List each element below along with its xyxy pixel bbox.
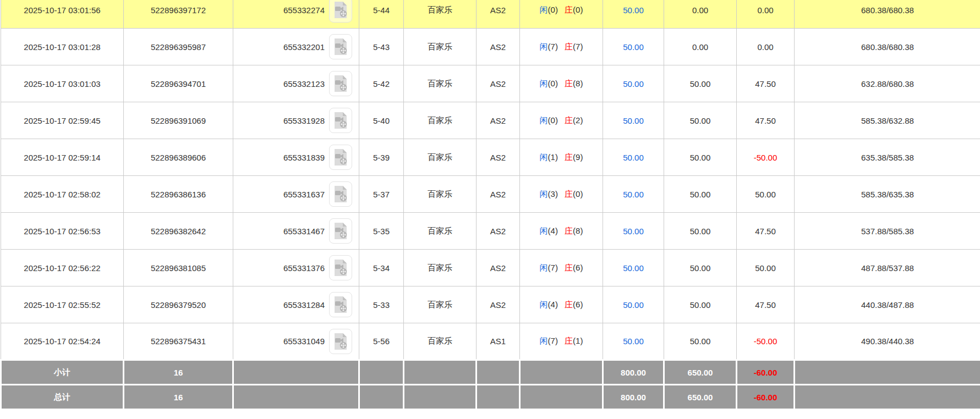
video-preview-icon [333, 185, 348, 203]
table-row[interactable]: 2025-10-17 02:58:02 522896386136 6553316… [1, 176, 980, 213]
valid-amount-cell: 50.00 [664, 102, 737, 139]
winloss-cell: 47.50 [737, 65, 795, 102]
bet-time-cell: 2025-10-17 02:55:52 [1, 286, 124, 323]
banker-result: 庄(2) [565, 115, 583, 125]
video-button[interactable] [329, 181, 352, 207]
bet-time-cell: 2025-10-17 02:56:53 [1, 213, 124, 250]
balance-cell: 680.38/680.38 [795, 29, 980, 65]
result-cell: 闲(0) 庄(2) [520, 102, 603, 139]
round-number-cell: 655331839 [233, 139, 359, 176]
player-result: 闲(7) [540, 42, 558, 51]
game-name-cell: 百家乐 [404, 176, 477, 213]
result-cell: 闲(4) 庄(8) [520, 213, 603, 250]
video-preview-icon [333, 148, 348, 166]
valid-amount-cell: 50.00 [664, 323, 737, 360]
valid-amount-cell: 50.00 [664, 176, 737, 213]
table-row[interactable]: 2025-10-17 02:59:14 522896389606 6553318… [1, 139, 980, 176]
banker-result: 庄(0) [565, 189, 583, 199]
summary-count-cell: 16 [124, 385, 233, 410]
bet-amount-link[interactable]: 50.00 [623, 42, 644, 52]
table-name-cell: AS2 [477, 0, 520, 29]
shoe-round-cell: 5-33 [359, 286, 404, 323]
round-number-cell: 655331049 [233, 323, 359, 360]
banker-result: 庄(8) [565, 79, 583, 88]
video-button[interactable] [329, 108, 352, 133]
round-number-cell: 655332201 [233, 29, 359, 65]
round-number: 655331376 [283, 263, 325, 273]
round-number: 655332201 [283, 42, 325, 52]
bet-time-cell: 2025-10-17 02:59:45 [1, 102, 124, 139]
summary-winloss-cell: -60.00 [737, 360, 795, 385]
bet-amount-link[interactable]: 50.00 [623, 227, 644, 236]
winloss-cell: 47.50 [737, 286, 795, 323]
balance-cell: 680.38/680.38 [795, 0, 980, 29]
table-name-cell: AS2 [477, 139, 520, 176]
bet-amount-link[interactable]: 50.00 [623, 79, 644, 89]
game-name-cell: 百家乐 [404, 286, 477, 323]
order-number-cell: 522896381085 [124, 250, 233, 286]
summary-row: 小计 16 800.00 650.00 -60.00 [1, 360, 980, 385]
balance-cell: 585.38/635.38 [795, 176, 980, 213]
shoe-round-cell: 5-43 [359, 29, 404, 65]
bet-time-cell: 2025-10-17 03:01:28 [1, 29, 124, 65]
bet-amount-link[interactable]: 50.00 [623, 5, 644, 15]
round-number-cell: 655331467 [233, 213, 359, 250]
bet-amount-link[interactable]: 50.00 [623, 337, 644, 346]
result-cell: 闲(3) 庄(0) [520, 176, 603, 213]
shoe-round-cell: 5-39 [359, 139, 404, 176]
table-row[interactable]: 2025-10-17 02:54:24 522896375431 6553310… [1, 323, 980, 360]
video-preview-icon [333, 38, 348, 56]
bet-amount-link[interactable]: 50.00 [623, 116, 644, 125]
video-button[interactable] [329, 329, 352, 354]
shoe-round-cell: 5-40 [359, 102, 404, 139]
bet-amount-link[interactable]: 50.00 [623, 190, 644, 199]
order-number-cell: 522896382642 [124, 213, 233, 250]
player-result: 闲(1) [540, 152, 558, 162]
balance-cell: 487.88/537.88 [795, 250, 980, 286]
video-button[interactable] [329, 292, 352, 317]
table-name-cell: AS2 [477, 29, 520, 65]
valid-amount-cell: 0.00 [664, 0, 737, 29]
bet-table-body: 2025-10-17 03:01:56 522896397172 6553322… [1, 0, 980, 410]
shoe-round-cell: 5-35 [359, 213, 404, 250]
banker-result: 庄(9) [565, 152, 583, 162]
table-row[interactable]: 2025-10-17 02:56:22 522896381085 6553313… [1, 250, 980, 286]
table-row[interactable]: 2025-10-17 03:01:03 522896394701 6553321… [1, 65, 980, 102]
video-button[interactable] [329, 218, 352, 244]
bet-amount-cell: 50.00 [603, 0, 664, 29]
bet-amount-link[interactable]: 50.00 [623, 153, 644, 162]
table-name-cell: AS2 [477, 213, 520, 250]
bet-amount-link[interactable]: 50.00 [623, 263, 644, 273]
game-name-cell: 百家乐 [404, 0, 477, 29]
table-row[interactable]: 2025-10-17 03:01:56 522896397172 6553322… [1, 0, 980, 29]
winloss-cell: -50.00 [737, 323, 795, 360]
summary-valid-cell: 650.00 [664, 385, 737, 410]
table-row[interactable]: 2025-10-17 03:01:28 522896395987 6553322… [1, 29, 980, 65]
winloss-cell: 47.50 [737, 213, 795, 250]
player-result: 闲(0) [540, 115, 558, 125]
video-button[interactable] [329, 145, 352, 170]
table-row[interactable]: 2025-10-17 02:56:53 522896382642 6553314… [1, 213, 980, 250]
bet-amount-link[interactable]: 50.00 [623, 300, 644, 310]
result-cell: 闲(7) 庄(6) [520, 250, 603, 286]
video-button[interactable] [329, 255, 352, 280]
winloss-cell: 50.00 [737, 176, 795, 213]
valid-amount-cell: 50.00 [664, 213, 737, 250]
result-cell: 闲(7) 庄(1) [520, 323, 603, 360]
round-number-cell: 655331637 [233, 176, 359, 213]
balance-cell: 440.38/487.88 [795, 286, 980, 323]
order-number-cell: 522896386136 [124, 176, 233, 213]
balance-cell: 537.88/585.38 [795, 213, 980, 250]
table-row[interactable]: 2025-10-17 02:59:45 522896391069 6553319… [1, 102, 980, 139]
order-number-cell: 522896397172 [124, 0, 233, 29]
player-result: 闲(7) [540, 336, 558, 345]
video-preview-icon [333, 259, 348, 277]
table-row[interactable]: 2025-10-17 02:55:52 522896379520 6553312… [1, 286, 980, 323]
video-button[interactable] [329, 71, 352, 96]
bet-amount-cell: 50.00 [603, 250, 664, 286]
bet-amount-cell: 50.00 [603, 213, 664, 250]
player-result: 闲(7) [540, 263, 558, 272]
bet-records-table: 2025-10-17 03:01:56 522896397172 6553322… [0, 0, 980, 410]
video-button[interactable] [329, 34, 352, 59]
video-button[interactable] [329, 0, 352, 23]
